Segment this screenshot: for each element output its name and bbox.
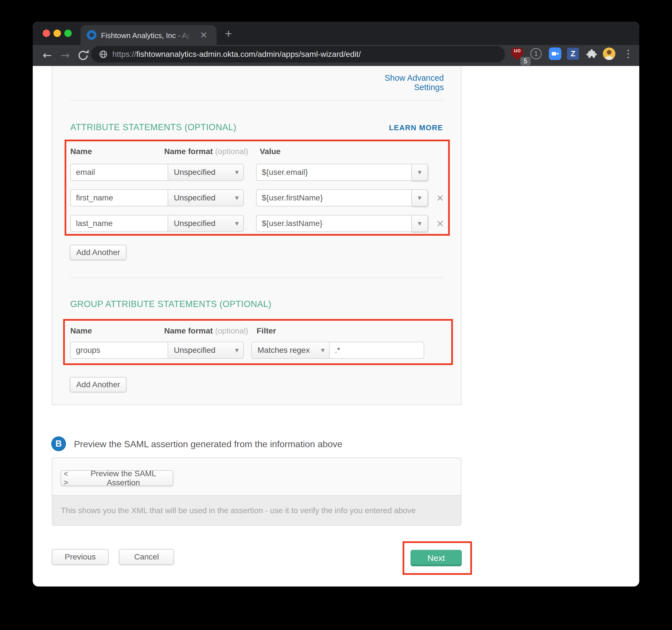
profile-avatar[interactable]: [603, 48, 616, 60]
name-format-label: Name format: [164, 147, 213, 156]
site-info-globe-icon[interactable]: [99, 50, 108, 59]
chevron-down-icon: ▼: [235, 170, 239, 175]
attr-value-dropdown-button[interactable]: ▼: [411, 190, 428, 206]
attr-value-input[interactable]: [256, 215, 412, 232]
selected-format: Unspecified: [174, 219, 215, 228]
optional-label: (optional): [215, 326, 248, 335]
attr-value-dropdown-button[interactable]: ▼: [411, 215, 428, 232]
chevron-down-icon: ▼: [321, 347, 325, 353]
traffic-light-zoom[interactable]: [64, 30, 72, 37]
preview-saml-assertion-button[interactable]: < > Preview the SAML Assertion: [61, 470, 173, 486]
group-filter-value-input[interactable]: [329, 342, 424, 359]
remove-row-icon[interactable]: ×: [434, 215, 446, 232]
code-brackets-icon: < >: [61, 469, 70, 487]
preview-note: This shows you the XML that will be used…: [52, 495, 461, 525]
browser-window: Fishtown Analytics, Inc - Applic × + ← →…: [33, 22, 639, 586]
chevron-down-icon: ▼: [235, 221, 239, 226]
column-header-name-format: Name format (optional): [164, 147, 248, 156]
attr-value-input[interactable]: [256, 190, 412, 206]
divider: [70, 277, 443, 278]
optional-label: (optional): [215, 147, 248, 156]
selected-filter-type: Matches regex: [258, 346, 310, 355]
attribute-statements-heading: ATTRIBUTE STATEMENTS (OPTIONAL): [70, 122, 236, 132]
chevron-down-icon: ▼: [418, 170, 421, 175]
one-password-digit: 1: [534, 50, 538, 58]
remove-row-icon[interactable]: ×: [434, 190, 446, 206]
preview-button-label: Preview the SAML Assertion: [74, 469, 173, 487]
attr-name-format-select[interactable]: Unspecified ▼: [168, 164, 244, 181]
url-text[interactable]: https://fishtownanalytics-admin.okta.com…: [112, 49, 361, 59]
attr-name-format-select[interactable]: Unspecified ▼: [168, 190, 244, 206]
attr-name-input[interactable]: [70, 190, 168, 206]
attr-value-input[interactable]: [256, 164, 412, 181]
new-tab-button[interactable]: +: [222, 27, 235, 41]
previous-button[interactable]: Previous: [52, 549, 109, 565]
tab-title-fade: [175, 30, 195, 42]
column-header-filter: Filter: [257, 326, 276, 335]
page-content: Show Advanced Settings ATTRIBUTE STATEME…: [33, 66, 639, 586]
column-header-name-format: Name format (optional): [164, 326, 248, 335]
group-attribute-statements-heading: GROUP ATTRIBUTE STATEMENTS (OPTIONAL): [70, 299, 271, 309]
learn-more-link[interactable]: LEARN MORE: [358, 123, 443, 132]
group-filter-type-select[interactable]: Matches regex ▼: [251, 342, 330, 359]
kebab-dots: ⋮: [623, 48, 633, 60]
chevron-down-icon: ▼: [418, 195, 421, 201]
chevron-down-icon: ▼: [235, 195, 239, 201]
column-header-name: Name: [70, 326, 92, 335]
show-advanced-settings-link[interactable]: Show Advanced Settings: [358, 73, 444, 92]
preview-assertion-box: < > Preview the SAML Assertion This show…: [52, 457, 461, 526]
z-letter-icon: Z: [567, 48, 579, 60]
add-another-attribute-button[interactable]: Add Another: [70, 245, 127, 260]
screenshot-background: Fishtown Analytics, Inc - Applic × + ← →…: [0, 0, 672, 630]
close-tab-icon[interactable]: ×: [198, 30, 209, 40]
attr-name-format-select[interactable]: Unspecified ▼: [168, 215, 244, 232]
next-button[interactable]: Next: [411, 550, 462, 566]
forward-icon[interactable]: →: [58, 48, 73, 62]
preview-section-heading: Preview the SAML assertion generated fro…: [74, 439, 342, 450]
name-format-label: Name format: [164, 326, 213, 335]
one-password-icon: 1: [530, 48, 542, 59]
zoom-extension-icon[interactable]: [549, 48, 561, 60]
reload-icon[interactable]: [77, 49, 89, 62]
ublock-badge: 5: [520, 56, 531, 66]
chevron-down-icon: ▼: [418, 221, 421, 226]
cancel-button[interactable]: Cancel: [119, 549, 174, 565]
url-domain-path: fishtownanalytics-admin.okta.com/admin/a…: [136, 50, 361, 58]
selected-format: Unspecified: [174, 168, 215, 177]
attr-name-input[interactable]: [70, 164, 168, 181]
divider: [70, 100, 443, 101]
group-name-format-select[interactable]: Unspecified ▼: [168, 342, 244, 359]
z-extension-icon[interactable]: Z: [567, 48, 579, 60]
attr-name-input[interactable]: [70, 215, 168, 232]
selected-format: Unspecified: [174, 193, 215, 202]
column-header-name: Name: [70, 147, 92, 156]
traffic-light-close[interactable]: [43, 30, 50, 37]
traffic-light-minimize[interactable]: [53, 30, 61, 37]
url-scheme: https://: [112, 50, 136, 58]
group-name-input[interactable]: [70, 342, 168, 359]
browser-menu-icon[interactable]: ⋮: [622, 48, 634, 60]
back-icon[interactable]: ←: [40, 48, 55, 62]
column-header-value: Value: [260, 147, 281, 156]
chevron-down-icon: ▼: [235, 347, 239, 353]
password-manager-extension-icon[interactable]: 1: [530, 48, 542, 60]
extensions-puzzle-icon[interactable]: [585, 48, 597, 60]
okta-favicon-icon: [87, 30, 96, 40]
step-b-badge: B: [51, 436, 66, 451]
attr-value-dropdown-button[interactable]: ▼: [411, 164, 428, 181]
video-camera-icon: [549, 48, 561, 60]
avatar-icon: [603, 48, 616, 60]
add-another-group-attribute-button[interactable]: Add Another: [70, 377, 127, 392]
selected-format: Unspecified: [174, 346, 215, 355]
